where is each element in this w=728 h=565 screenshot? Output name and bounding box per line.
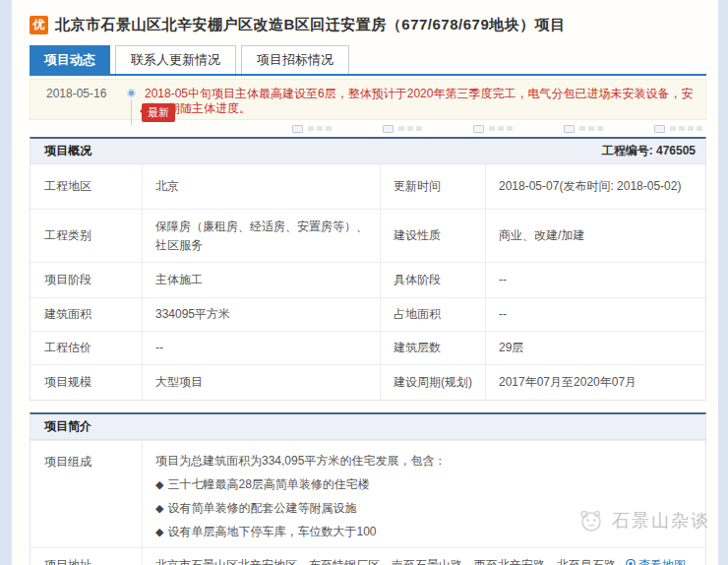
field-label: 占地面积 (380, 297, 485, 331)
field-label: 项目地址 (30, 547, 142, 565)
latest-badge: 最新 (142, 103, 175, 122)
map-pin-icon (626, 559, 636, 565)
title-row: 优 北京市石景山区北辛安棚户区改造B区回迁安置房（677/678/679地块）项… (30, 0, 706, 38)
field-value: 334095平方米 (142, 297, 380, 331)
news-date: 2018-05-16 (46, 86, 119, 100)
tab-project-updates[interactable]: 项目动态 (30, 45, 110, 74)
faded-action-icon (383, 125, 394, 133)
diamond-bullet-icon: ◆ (155, 526, 163, 537)
overview-grid: 工程地区 北京 更新时间 2018-05-07(发布时间: 2018-05-02… (30, 164, 705, 400)
faded-action-link[interactable] (383, 122, 422, 135)
page: 优 北京市石景山区北辛安棚户区改造B区回迁安置房（677/678/679地块）项… (0, 0, 728, 565)
composition-item: ◆三十七幢最高28层高简单装修的住宅楼 (155, 472, 698, 496)
field-label: 项目组成 (30, 440, 142, 547)
faded-action-icon (654, 125, 665, 133)
diamond-bullet-icon: ◆ (155, 502, 163, 514)
diamond-bullet-icon: ◆ (155, 478, 163, 490)
page-title: 北京市石景山区北辛安棚户区改造B区回迁安置房（677/678/679地块）项目 (55, 16, 566, 34)
field-label: 建筑面积 (30, 297, 142, 331)
watermark-text: 石景山杂谈 (612, 509, 710, 533)
field-value: -- (142, 331, 380, 364)
watermark-logo-icon (576, 508, 606, 534)
faded-action-link[interactable] (292, 122, 332, 135)
overview-header: 项目概况 工程编号: 476505 (30, 139, 705, 164)
brief-grid: 项目组成 项目为总建筑面积为334,095平方米的住宅发展，包含： ◆三十七幢最… (30, 440, 705, 565)
project-brief-table: 项目简介 项目组成 项目为总建筑面积为334,095平方米的住宅发展，包含： ◆… (30, 412, 706, 565)
field-value: 大型项目 (142, 364, 380, 400)
faded-action-icon (564, 125, 575, 133)
grade-badge: 优 (30, 16, 48, 34)
address-value: 北京市石景山区北辛安地区，东至特钢厂区，南至石景山路，西至北辛安路，北至阜石路 … (142, 547, 705, 565)
field-value: -- (485, 297, 705, 331)
faded-action-row (30, 122, 706, 135)
watermark: 石景山杂谈 (576, 508, 710, 534)
field-value: 2017年07月至2020年07月 (485, 364, 705, 400)
tab-bar: 项目动态 联系人更新情况 项目招标情况 (30, 45, 706, 74)
news-entry: 2018-05-16 2018-05中旬项目主体最高建设至6层，整体预计于202… (30, 79, 706, 120)
news-text: 2018-05中旬项目主体最高建设至6层，整体预计于2020年第三季度完工，电气… (145, 86, 698, 116)
brief-title: 项目简介 (44, 418, 91, 435)
faded-action-icon (292, 125, 303, 133)
content-panel: 优 北京市石景山区北辛安棚户区改造B区回迁安置房（677/678/679地块）项… (12, 0, 718, 565)
tab-contact-updates[interactable]: 联系人更新情况 (115, 45, 236, 74)
field-label: 建设性质 (380, 209, 485, 262)
faded-action-link[interactable] (473, 122, 513, 135)
field-label: 更新时间 (380, 164, 485, 209)
view-map-link[interactable]: 查看地图 (626, 556, 686, 565)
field-value: 北京 (142, 164, 380, 209)
field-value: 2018-05-07(发布时间: 2018-05-02) (485, 164, 705, 209)
field-label: 工程地区 (30, 164, 142, 209)
faded-action-icon (473, 125, 484, 133)
field-value: 29层 (485, 331, 705, 364)
brief-header: 项目简介 (30, 414, 705, 440)
field-label: 项目规模 (30, 364, 142, 400)
field-value: 主体施工 (142, 262, 380, 297)
project-number: 工程编号: 476505 (602, 143, 696, 159)
project-address: 北京市石景山区北辛安地区，东至特钢厂区，南至石景山路，西至北辛安路，北至阜石路 (155, 556, 616, 565)
project-overview-table: 项目概况 工程编号: 476505 工程地区 北京 更新时间 2018-05-0… (30, 137, 706, 401)
tab-underline (30, 74, 706, 76)
field-label: 工程估价 (30, 331, 142, 364)
field-label: 项目阶段 (30, 262, 142, 297)
overview-title: 项目概况 (44, 143, 91, 159)
faded-action-link[interactable] (564, 122, 603, 135)
field-label: 工程类别 (30, 209, 142, 262)
field-label: 建筑层数 (380, 331, 485, 364)
tab-project-bidding[interactable]: 项目招标情况 (241, 45, 349, 74)
faded-action-link[interactable] (654, 122, 702, 135)
composition-intro: 项目为总建筑面积为334,095平方米的住宅发展，包含： (155, 449, 698, 472)
timeline-dot-icon (127, 89, 136, 97)
field-label: 建设周期(规划) (380, 364, 485, 400)
field-value: 商业、改建/加建 (485, 209, 705, 262)
field-value: 保障房（廉租房、经适房、安置房等）、社区服务 (142, 209, 380, 262)
field-label: 具体阶段 (380, 262, 485, 297)
field-value: -- (485, 262, 705, 297)
